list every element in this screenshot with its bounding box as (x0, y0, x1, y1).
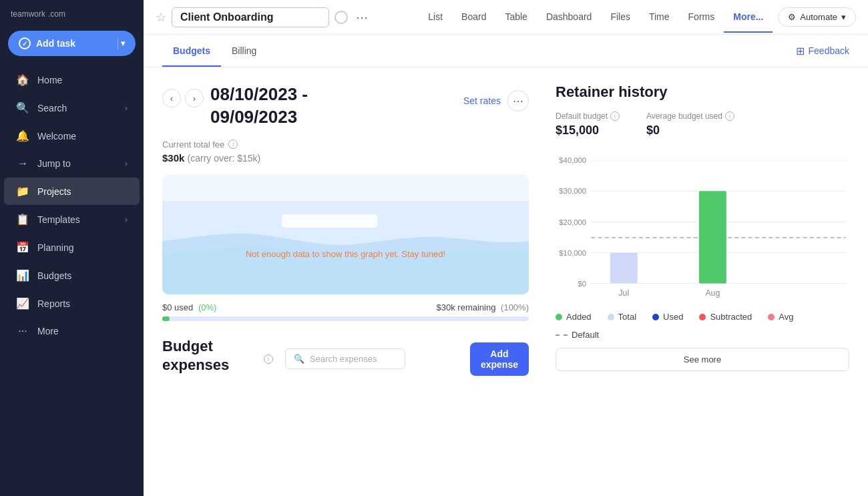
sidebar-item-welcome[interactable]: 🔔 Welcome (4, 122, 140, 150)
date-range-line1: 08/10/2023 - (210, 84, 308, 104)
sidebar-nav: 🏠 Home 🔍 Search › 🔔 Welcome → Jump to › … (0, 65, 144, 496)
legend-added-label: Added (566, 312, 592, 322)
avg-budget-stat: Average budget used i $0 (646, 111, 734, 138)
chevron-right-icon: › (125, 159, 128, 168)
retainer-title: Retainer history (556, 83, 849, 101)
budget-expenses-section: Budgetexpenses i 🔍 Search expenses Addex… (162, 337, 529, 376)
budget-expenses-controls: i 🔍 Search expenses Addexpense (264, 342, 529, 376)
legend-default-label: Default (572, 330, 599, 340)
add-task-label: Add task (36, 38, 75, 49)
tab-billing[interactable]: Billing (221, 35, 267, 67)
topbar: ☆ ⋯ List Board Table Dashboard Files Tim… (144, 0, 868, 35)
right-panel: Retainer history Default budget i $15,00… (556, 83, 849, 480)
star-button[interactable]: ☆ (156, 10, 166, 25)
more-icon: ··· (16, 325, 29, 337)
legend-avg: Avg (768, 312, 793, 322)
feedback-button[interactable]: ⊞ Feedback (796, 45, 849, 57)
sidebar-item-label: Jump to (37, 158, 71, 169)
sidebar-item-label: Search (37, 103, 67, 113)
app-logo: teamwork.com (0, 0, 144, 25)
nav-files[interactable]: Files (601, 2, 640, 33)
nav-list[interactable]: List (419, 2, 452, 33)
sidebar-item-jump-to[interactable]: → Jump to › (4, 150, 140, 177)
main-content: ☆ ⋯ List Board Table Dashboard Files Tim… (144, 0, 868, 496)
current-fee-info-icon[interactable]: i (228, 140, 238, 149)
tab-budgets[interactable]: Budgets (162, 35, 221, 67)
svg-rect-15 (699, 191, 726, 283)
reports-icon: 📈 (16, 297, 29, 310)
set-rates-button[interactable]: Set rates (463, 95, 501, 106)
legend-added: Added (556, 312, 592, 322)
svg-text:$30,000: $30,000 (559, 187, 586, 195)
used-dot (652, 314, 659, 320)
expenses-info-icon[interactable]: i (264, 354, 273, 364)
prev-date-button[interactable]: ‹ (162, 89, 181, 107)
legend-subtracted: Subtracted (699, 312, 752, 322)
sidebar-item-templates[interactable]: 📋 Templates › (4, 206, 140, 233)
nav-forms[interactable]: Forms (679, 2, 724, 33)
see-more-button[interactable]: See more (556, 348, 849, 371)
remaining-amount: $30k remaining (437, 302, 496, 312)
budget-bar-labels: $0 used (0%) $30k remaining (100%) (162, 302, 529, 312)
svg-text:$10,000: $10,000 (559, 249, 586, 257)
sidebar-item-search[interactable]: 🔍 Search › (4, 94, 140, 121)
added-dot (556, 314, 562, 320)
automate-caret-icon: ▾ (841, 12, 846, 22)
sidebar-item-more[interactable]: ··· More (4, 318, 140, 344)
sidebar-item-label: Planning (37, 242, 74, 253)
default-budget-info-icon[interactable]: i (610, 111, 620, 121)
automate-button[interactable]: ⚙ Automate ▾ (778, 7, 856, 27)
sidebar-item-label: Projects (37, 186, 71, 197)
sidebar-item-label: Budgets (37, 270, 71, 281)
legend-avg-label: Avg (779, 312, 793, 322)
default-budget-label: Default budget i (556, 111, 620, 121)
no-data-message: Not enough data to show this graph yet. … (246, 249, 445, 259)
current-fee-text: Current total fee (162, 140, 224, 150)
automate-icon: ⚙ (788, 12, 796, 22)
svg-text:Aug: Aug (705, 288, 720, 298)
topbar-left: ☆ ⋯ (156, 7, 408, 27)
sidebar-item-home[interactable]: 🏠 Home (4, 66, 140, 93)
nav-more[interactable]: More... (724, 2, 773, 33)
sidebar-item-label: Reports (37, 298, 70, 309)
default-budget-stat: Default budget i $15,000 (556, 111, 620, 138)
remaining-label: $30k remaining (100%) (437, 302, 529, 312)
chevron-right-icon: › (125, 215, 128, 224)
budget-more-button[interactable]: ⋯ (507, 90, 529, 111)
more-options-button[interactable]: ⋯ (353, 10, 371, 25)
date-navigation: ‹ › 08/10/2023 - 09/09/2023 Set rates ⋯ (162, 83, 529, 129)
current-fee-value: $30k (carry over: $15k) (162, 152, 529, 164)
legend-default: Default (556, 330, 599, 340)
template-icon: 📋 (16, 213, 29, 226)
legend-total-label: Total (618, 312, 636, 322)
used-label: $0 used (0%) (162, 302, 216, 312)
svg-rect-13 (610, 252, 638, 283)
chart-icon: 📊 (16, 269, 29, 282)
project-title-input[interactable] (172, 7, 329, 27)
nav-dashboard[interactable]: Dashboard (537, 2, 602, 33)
avg-budget-label: Average budget used i (646, 111, 734, 121)
retainer-legend: Added Total Used Subtracted Avg (556, 312, 849, 340)
svg-text:$0: $0 (578, 280, 587, 288)
sidebar: teamwork.com ✓ Add task ▾ 🏠 Home 🔍 Searc… (0, 0, 144, 496)
next-date-button[interactable]: › (185, 89, 204, 107)
logo-text: teamwork (11, 9, 45, 19)
budget-expenses-title: Budgetexpenses (162, 337, 256, 375)
nav-table[interactable]: Table (495, 2, 536, 33)
nav-time[interactable]: Time (640, 2, 679, 33)
sidebar-item-projects[interactable]: 📁 Projects (4, 178, 140, 205)
add-task-button[interactable]: ✓ Add task ▾ (8, 31, 136, 56)
status-dot[interactable] (335, 11, 348, 24)
subtracted-dot (699, 314, 706, 320)
jump-icon: → (16, 158, 29, 170)
topbar-nav: List Board Table Dashboard Files Time Fo… (419, 2, 773, 33)
nav-board[interactable]: Board (452, 2, 495, 33)
sidebar-item-planning[interactable]: 📅 Planning (4, 234, 140, 261)
search-expenses-input[interactable]: 🔍 Search expenses (285, 348, 405, 369)
chevron-right-icon: › (125, 103, 128, 113)
sidebar-item-budgets[interactable]: 📊 Budgets (4, 262, 140, 289)
add-expense-button[interactable]: Addexpense (470, 342, 529, 376)
remaining-pct: (100%) (501, 302, 529, 312)
sidebar-item-reports[interactable]: 📈 Reports (4, 290, 140, 317)
avg-budget-info-icon[interactable]: i (725, 111, 734, 121)
